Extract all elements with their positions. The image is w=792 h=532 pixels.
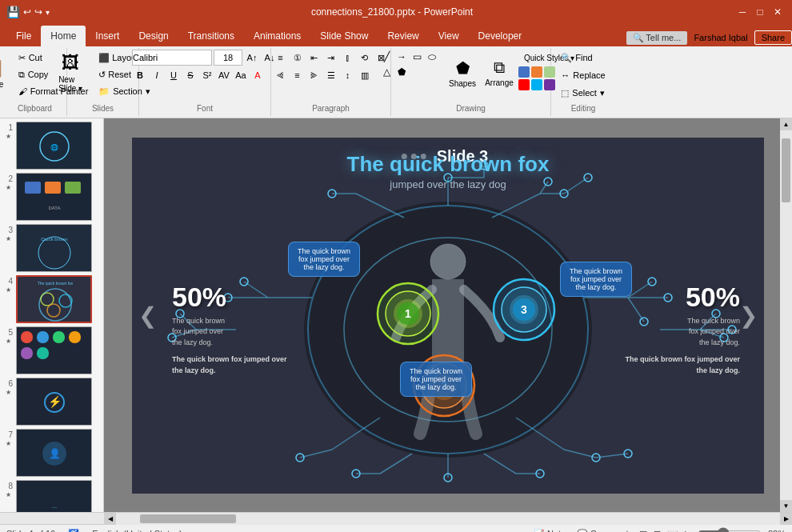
slide-img-3[interactable]: Quick brown bbox=[16, 224, 92, 272]
tab-home[interactable]: Home bbox=[41, 26, 86, 46]
slide-next-arrow[interactable]: ❯ bbox=[733, 302, 764, 329]
scroll-right-arrow[interactable]: ▶ bbox=[780, 513, 792, 525]
scroll-down-arrow[interactable]: ▼ bbox=[780, 500, 792, 512]
slides-panel[interactable]: 1 ★ 🌐 2 ★ DATA bbox=[0, 118, 104, 512]
char-spacing-button[interactable]: AV bbox=[216, 67, 232, 83]
bold-button[interactable]: B bbox=[132, 67, 148, 83]
user-name[interactable]: Farshad Iqbal bbox=[694, 33, 747, 42]
slide-img-4[interactable]: The quick brown fox bbox=[16, 275, 92, 323]
select-button[interactable]: ⬚ Select ▾ bbox=[555, 85, 610, 101]
tab-slideshow[interactable]: Slide Show bbox=[310, 26, 378, 46]
find-button[interactable]: 🔍 Find bbox=[555, 50, 610, 66]
shape-more[interactable]: ⬟ bbox=[394, 65, 409, 79]
align-center-button[interactable]: ≡ bbox=[290, 67, 306, 83]
slide-thumb-5[interactable]: 5 ★ bbox=[3, 326, 100, 374]
tab-animations[interactable]: Animations bbox=[244, 26, 310, 46]
text-columns-button[interactable]: ⫿ bbox=[340, 50, 356, 66]
align-left-button[interactable]: ⫷ bbox=[273, 67, 289, 83]
slide-thumb-7[interactable]: 7 ★ 👤 bbox=[3, 429, 100, 477]
slide-prev-arrow[interactable]: ❮ bbox=[132, 302, 163, 329]
strikethrough-button[interactable]: S bbox=[182, 67, 198, 83]
slide-sorter-button[interactable]: ⊞ bbox=[654, 529, 661, 533]
new-slide-button[interactable]: 🖼 NewSlide ▾ bbox=[50, 50, 91, 96]
slide-img-7[interactable]: 👤 bbox=[16, 429, 92, 477]
tab-developer[interactable]: Developer bbox=[469, 26, 532, 46]
slide-img-6[interactable]: ⚡ bbox=[16, 378, 92, 426]
slide-thumb-2[interactable]: 2 ★ DATA bbox=[3, 173, 100, 221]
slide-thumb-4[interactable]: 4 ★ The quick brown fox bbox=[3, 275, 100, 323]
text-direction-button[interactable]: ⟲ bbox=[357, 50, 373, 66]
tab-insert[interactable]: Insert bbox=[86, 26, 129, 46]
shadow-button[interactable]: S² bbox=[199, 67, 215, 83]
comments-button[interactable]: 💬 Comments bbox=[577, 529, 633, 533]
underline-button[interactable]: U bbox=[166, 67, 182, 83]
slide-img-2[interactable]: DATA bbox=[16, 173, 92, 221]
numbering-button[interactable]: ① bbox=[290, 50, 306, 66]
font-color-button[interactable]: A bbox=[250, 67, 266, 83]
justify-button[interactable]: ☰ bbox=[323, 67, 339, 83]
style-swatch-1[interactable] bbox=[518, 66, 530, 78]
style-swatch-5[interactable] bbox=[531, 79, 542, 90]
slide-thumb-6[interactable]: 6 ★ ⚡ bbox=[3, 378, 100, 426]
slide-thumb-3[interactable]: 3 ★ Quick brown bbox=[3, 224, 100, 272]
reading-view-button[interactable]: 📖 bbox=[667, 529, 678, 533]
accessibility-icon[interactable]: ♿ bbox=[68, 529, 79, 533]
shapes-button[interactable]: ⬟ Shapes bbox=[445, 50, 480, 96]
maximize-button[interactable]: □ bbox=[752, 4, 768, 20]
slide-canvas: 1 2 3 ❮ ❯ Slide 3 The quick brown fox bbox=[132, 138, 764, 494]
slide-img-5[interactable] bbox=[16, 326, 92, 374]
shape-triangle[interactable]: △ bbox=[379, 65, 394, 79]
scroll-thumb[interactable] bbox=[782, 138, 790, 202]
undo-icon[interactable]: ↩ bbox=[23, 6, 31, 18]
slide-img-8[interactable]: ... bbox=[16, 480, 92, 512]
style-swatch-2[interactable] bbox=[531, 66, 542, 78]
slide-show-button[interactable]: ▶ bbox=[685, 529, 691, 533]
shape-oval[interactable]: ⬭ bbox=[425, 50, 439, 64]
tab-review[interactable]: Review bbox=[378, 26, 428, 46]
bullets-button[interactable]: ≡ bbox=[273, 50, 289, 66]
save-icon[interactable]: 💾 bbox=[6, 6, 20, 18]
change-case-button[interactable]: Aa bbox=[233, 67, 249, 83]
arrange-button[interactable]: ⧉ Arrange bbox=[482, 50, 517, 96]
shape-arrow[interactable]: → bbox=[394, 50, 409, 64]
zoom-slider[interactable] bbox=[698, 528, 762, 532]
scroll-up-arrow[interactable]: ▲ bbox=[780, 118, 792, 130]
increase-font-button[interactable]: A↑ bbox=[244, 50, 260, 66]
horizontal-scrollbar[interactable]: ◀ ▶ bbox=[0, 512, 792, 524]
share-button[interactable]: Share bbox=[754, 30, 792, 45]
close-button[interactable]: ✕ bbox=[770, 4, 786, 20]
tab-file[interactable]: File bbox=[6, 26, 41, 46]
font-size-input[interactable] bbox=[214, 50, 242, 66]
redo-icon[interactable]: ↪ bbox=[34, 6, 42, 18]
shape-line[interactable]: ╱ bbox=[379, 50, 394, 64]
tell-me-input[interactable]: 🔍 Tell me... bbox=[626, 31, 688, 45]
align-right-button[interactable]: ⫸ bbox=[306, 67, 322, 83]
slide-thumb-1[interactable]: 1 ★ 🌐 bbox=[3, 122, 100, 170]
scroll-left-arrow[interactable]: ◀ bbox=[104, 513, 116, 525]
tab-view[interactable]: View bbox=[429, 26, 469, 46]
font-name-input[interactable] bbox=[132, 50, 212, 66]
shape-rect[interactable]: ▭ bbox=[410, 50, 424, 64]
italic-button[interactable]: I bbox=[149, 67, 165, 83]
hscroll-thumb[interactable] bbox=[140, 514, 236, 523]
vertical-scrollbar[interactable]: ▲ ▼ bbox=[780, 118, 792, 512]
normal-view-button[interactable]: ▦ bbox=[639, 529, 647, 533]
replace-button[interactable]: ↔ Replace bbox=[555, 67, 610, 83]
slide-img-1[interactable]: 🌐 bbox=[16, 122, 92, 170]
style-swatch-4[interactable] bbox=[518, 79, 530, 90]
decrease-indent-button[interactable]: ⇤ bbox=[306, 50, 322, 66]
info-box-2[interactable]: The quick brown fox jumped over the lazy… bbox=[400, 362, 472, 397]
slide-num-8: 8 bbox=[3, 480, 13, 490]
notes-button[interactable]: 📝 Notes bbox=[534, 529, 570, 533]
tab-design[interactable]: Design bbox=[129, 26, 178, 46]
info-box-3[interactable]: The quick brown fox jumped over the lazy… bbox=[560, 262, 632, 297]
cut-icon: ✂ bbox=[18, 53, 26, 63]
columns-button[interactable]: ▥ bbox=[357, 67, 373, 83]
info-box-1[interactable]: The quick brown fox jumped over the lazy… bbox=[288, 242, 360, 277]
minimize-button[interactable]: ─ bbox=[734, 4, 750, 20]
slide-thumb-8[interactable]: 8 ★ ... bbox=[3, 480, 100, 512]
increase-indent-button[interactable]: ⇥ bbox=[323, 50, 339, 66]
line-spacing-button[interactable]: ↕ bbox=[340, 67, 356, 83]
paste-button[interactable]: 📋 Paste bbox=[0, 50, 11, 96]
tab-transitions[interactable]: Transitions bbox=[178, 26, 244, 46]
